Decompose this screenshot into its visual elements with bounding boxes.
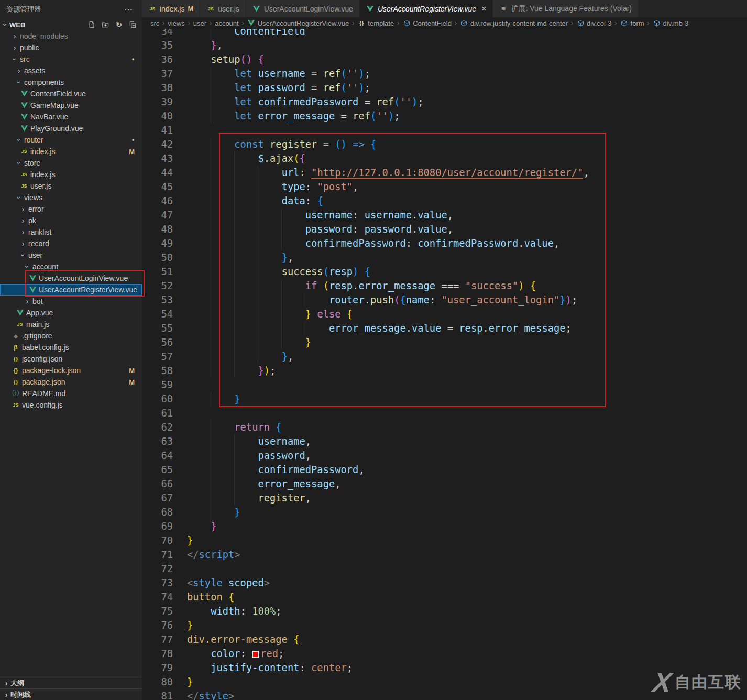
line-number[interactable]: 51 [142, 265, 173, 279]
file-tree-item[interactable]: ›record [0, 238, 142, 249]
breadcrumb-item[interactable]: views [168, 19, 185, 27]
file-tree-item[interactable]: App.vue [0, 307, 142, 319]
line-number[interactable]: 41 [142, 123, 173, 137]
file-tree-item[interactable]: ›node_modules [0, 30, 142, 42]
file-tree-item[interactable]: ›ranklist [0, 226, 142, 238]
file-tree-item[interactable]: JSindex.js [0, 169, 142, 180]
line-number[interactable]: 74 [142, 590, 173, 604]
line-number[interactable]: 47 [142, 208, 173, 222]
line-number[interactable]: 36 [142, 52, 173, 67]
tab--vue-language-features-volar-[interactable]: ≡扩展: Vue Language Features (Volar) [493, 0, 639, 17]
line-number[interactable]: 34 [142, 29, 173, 38]
file-tree-item[interactable]: ›components [0, 76, 142, 88]
outline-panel-header[interactable]: › 大纲 [0, 677, 142, 688]
breadcrumb-item[interactable]: div.col-3 [576, 19, 611, 27]
code-line[interactable]: 62 return { [142, 420, 747, 434]
code-line[interactable]: 34 ContentField [142, 29, 747, 38]
code-line[interactable]: 39 let confirmedPassword = ref(''); [142, 95, 747, 109]
breadcrumb-item[interactable]: {}template [357, 19, 394, 27]
line-number[interactable]: 78 [142, 647, 173, 661]
file-tree-item[interactable]: JSuser.js [0, 180, 142, 192]
explorer-section-web[interactable]: › WEB ↻ [0, 19, 142, 30]
line-number[interactable]: 65 [142, 463, 173, 477]
code-line[interactable]: 73<style scoped> [142, 576, 747, 590]
code-line[interactable]: 54 } else { [142, 307, 747, 321]
line-number[interactable]: 55 [142, 321, 173, 335]
line-number[interactable]: 49 [142, 236, 173, 250]
code-line[interactable]: 74button { [142, 590, 747, 604]
breadcrumb-item[interactable]: form [620, 19, 644, 27]
code-line[interactable]: 48 password: password.value, [142, 222, 747, 236]
file-tree-item[interactable]: ◆.gitignore [0, 330, 142, 342]
file-tree-item[interactable]: JSindex.jsM [0, 146, 142, 157]
line-number[interactable]: 64 [142, 449, 173, 463]
line-number[interactable]: 38 [142, 81, 173, 95]
file-tree-item[interactable]: ›views [0, 192, 142, 203]
line-number[interactable]: 61 [142, 406, 173, 420]
file-tree-item[interactable]: ⓘREADME.md [0, 388, 142, 399]
file-tree-item[interactable]: ›src● [0, 53, 142, 65]
line-number[interactable]: 53 [142, 293, 173, 307]
code-line[interactable]: 47 username: username.value, [142, 208, 747, 222]
code-line[interactable]: 64 password, [142, 449, 747, 463]
code-line[interactable]: 67 register, [142, 491, 747, 505]
code-line[interactable]: 35 }, [142, 38, 747, 52]
code-editor[interactable]: 34 ContentField35 },36 setup() {37 let u… [142, 29, 747, 700]
line-number[interactable]: 50 [142, 250, 173, 265]
file-tree-item[interactable]: NavBar.vue [0, 111, 142, 123]
line-number[interactable]: 70 [142, 533, 173, 548]
line-number[interactable]: 79 [142, 661, 173, 675]
line-number[interactable]: 45 [142, 180, 173, 194]
code-line[interactable]: 66 error_message, [142, 477, 747, 491]
tab-useraccountloginview-vue[interactable]: UserAccountLoginView.vue [246, 0, 360, 17]
file-tree-item[interactable]: ›account [0, 261, 142, 272]
breadcrumb-item[interactable]: user [193, 19, 206, 27]
line-number[interactable]: 80 [142, 675, 173, 689]
line-number[interactable]: 77 [142, 632, 173, 647]
file-tree-item[interactable]: ›router● [0, 134, 142, 146]
code-line[interactable]: 63 username, [142, 434, 747, 449]
tab-useraccountregisterview-vue[interactable]: UserAccountRegisterView.vue× [360, 0, 493, 17]
code-line[interactable]: 37 let username = ref(''); [142, 67, 747, 81]
tab-user-js[interactable]: JSuser.js [200, 0, 246, 17]
code-line[interactable]: 42 const register = () => { [142, 137, 747, 151]
file-tree-item[interactable]: JSvue.config.js [0, 399, 142, 411]
file-tree-item[interactable]: GameMap.vue [0, 100, 142, 111]
code-line[interactable]: 46 data: { [142, 194, 747, 208]
file-tree-item[interactable]: {}package-lock.jsonM [0, 365, 142, 376]
file-tree-item[interactable]: {}package.jsonM [0, 376, 142, 388]
code-line[interactable]: 59 [142, 378, 747, 392]
line-number[interactable]: 71 [142, 548, 173, 562]
code-line[interactable]: 53 router.push({name: "user_account_logi… [142, 293, 747, 307]
file-tree-item[interactable]: βbabel.config.js [0, 342, 142, 353]
line-number[interactable]: 68 [142, 505, 173, 519]
code-line[interactable]: 77div.error-message { [142, 632, 747, 647]
code-line[interactable]: 44 url: "http://127.0.0.1:8080/user/acco… [142, 166, 747, 180]
breadcrumb-item[interactable]: div.mb-3 [653, 19, 689, 27]
file-tree-item[interactable]: UserAccountLoginView.vue [0, 272, 142, 284]
line-number[interactable]: 76 [142, 618, 173, 632]
line-number[interactable]: 56 [142, 335, 173, 349]
collapse-all-icon[interactable] [128, 20, 137, 29]
new-folder-icon[interactable] [101, 20, 109, 29]
timeline-panel-header[interactable]: › 时间线 [0, 688, 142, 700]
code-line[interactable]: 55 error_message.value = resp.error_mess… [142, 321, 747, 335]
file-tree-item[interactable]: {}jsconfig.json [0, 353, 142, 365]
file-tree-item[interactable]: ›user [0, 249, 142, 261]
code-line[interactable]: 41 [142, 123, 747, 137]
line-number[interactable]: 42 [142, 137, 173, 151]
line-number[interactable]: 48 [142, 222, 173, 236]
file-tree-item-selected[interactable]: UserAccountRegisterView.vue [0, 284, 142, 296]
code-line[interactable]: 78 color: red; [142, 647, 747, 661]
file-tree-item[interactable]: ContentField.vue [0, 88, 142, 100]
code-line[interactable]: 61 [142, 406, 747, 420]
code-line[interactable]: 70} [142, 533, 747, 548]
line-number[interactable]: 60 [142, 392, 173, 406]
line-number[interactable]: 58 [142, 364, 173, 378]
code-line[interactable]: 56 } [142, 335, 747, 349]
line-number[interactable]: 63 [142, 434, 173, 449]
line-number[interactable]: 39 [142, 95, 173, 109]
more-actions-icon[interactable]: ⋯ [121, 5, 136, 15]
file-tree-item[interactable]: JSmain.js [0, 319, 142, 330]
file-tree-item[interactable]: ›error [0, 203, 142, 215]
